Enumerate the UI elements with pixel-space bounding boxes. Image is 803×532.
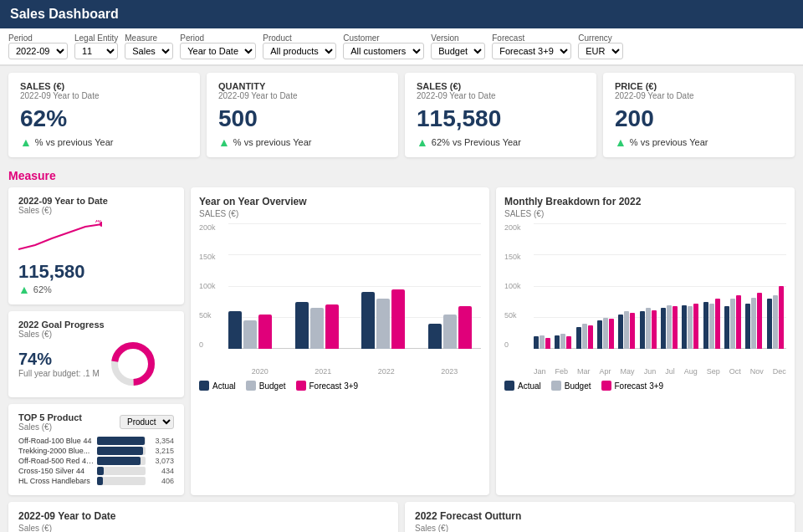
product-bar-5: HL Cross Handlebars 406 xyxy=(18,477,174,485)
yoy-budget-2020 xyxy=(243,320,257,349)
goal-subtitle: Sales (€) xyxy=(18,330,174,339)
filter-label-3: Period xyxy=(180,33,256,43)
monthly-chart-card: Monthly Breakdown for 2022 SALES (€) 200… xyxy=(496,187,795,495)
grid-line-2 xyxy=(228,254,481,255)
measure-section: Measure xyxy=(0,164,803,182)
yoy-group-2022 xyxy=(361,289,415,349)
ytd-table-title: 2022-09 Year to Date xyxy=(18,510,388,522)
kpi-card-0: SALES (€) 2022-09 Year to Date 62% ▲ % v… xyxy=(8,73,200,157)
filter-select-0[interactable]: 2022-09 xyxy=(8,43,68,59)
filter-label-8: Currency xyxy=(578,33,623,43)
yoy-budget-2023 xyxy=(443,315,457,349)
yoy-forecast-2020 xyxy=(258,315,272,349)
donut-chart xyxy=(108,339,158,389)
ytd-table-subtitle: Sales (€) xyxy=(18,524,388,532)
product-value-5: 406 xyxy=(149,477,174,485)
product-name-5: HL Cross Handlebars xyxy=(18,477,94,485)
grid-line-3 xyxy=(228,286,481,287)
ytd-pct: ▲ 62% xyxy=(18,283,174,296)
ytd-card: 2022-09 Year to Date Sales (€) Actual 11… xyxy=(8,187,184,304)
arrow-up-icon-1: ▲ xyxy=(218,136,230,149)
product-name-2: Trekking-2000 Blue... xyxy=(18,447,94,455)
filter-select-1[interactable]: 11 xyxy=(74,43,118,59)
monthly-chart-title: Monthly Breakdown for 2022 xyxy=(504,196,786,207)
legend-budget-m-dot xyxy=(551,381,561,391)
yoy-chart-title: Year on Year Overview xyxy=(199,196,481,207)
yoy-group-2020 xyxy=(228,311,282,349)
month-mar xyxy=(576,324,596,349)
kpi-row: SALES (€) 2022-09 Year to Date 62% ▲ % v… xyxy=(0,66,803,164)
kpi-value-1: 500 xyxy=(218,105,386,132)
product-bar-fill-5 xyxy=(97,477,103,485)
month-feb xyxy=(555,334,574,349)
sparkline-chart: Actual xyxy=(18,220,102,253)
kpi-card-2: SALES (€) 2022-09 Year to Date 115,580 ▲… xyxy=(405,73,596,157)
yoy-actual-2023 xyxy=(428,324,442,349)
yoy-x-labels: 2020 2021 2022 2023 xyxy=(228,367,481,376)
filter-select-3[interactable]: Year to Date xyxy=(180,43,256,59)
kpi-subtitle-2: 2022-09 Year to Date xyxy=(417,91,585,100)
kpi-card-3: PRICE (€) 2022-09 Year to Date 200 ▲ % v… xyxy=(603,73,795,157)
month-jun xyxy=(640,308,659,349)
left-column: 2022-09 Year to Date Sales (€) Actual 11… xyxy=(8,187,184,495)
yoy-budget-2022 xyxy=(376,299,390,349)
kpi-title-1: QUANTITY xyxy=(218,81,386,91)
yoy-chart-area: 200k 150k 100k 50k 0 xyxy=(199,223,481,366)
top5-dropdown[interactable]: Product xyxy=(120,415,174,429)
product-bar-fill-3 xyxy=(97,457,141,465)
monthly-chart-subtitle: SALES (€) xyxy=(504,209,786,218)
filter-label-6: Version xyxy=(431,33,485,43)
product-value-4: 434 xyxy=(149,467,174,475)
kpi-value-2: 115,580 xyxy=(417,105,585,132)
filter-bar: Period2022-09Legal Entity11MeasureSalesP… xyxy=(0,28,803,66)
filter-group-6: VersionBudget xyxy=(431,33,485,59)
arrow-up-icon-0: ▲ xyxy=(20,136,32,149)
kpi-change-3: ▲ % vs previous Year xyxy=(615,136,783,149)
filter-select-8[interactable]: EUR xyxy=(578,43,623,59)
month-dec xyxy=(767,286,786,349)
goal-budget-label: Full year budget: .1 M xyxy=(18,369,100,378)
legend-budget-m: Budget xyxy=(551,381,591,391)
product-bar-4: Cross-150 Silver 44 434 xyxy=(18,467,174,475)
grid-line-1 xyxy=(228,223,481,224)
legend-forecast-m-dot xyxy=(601,381,611,391)
filter-select-5[interactable]: All customers xyxy=(343,43,424,59)
legend-budget: Budget xyxy=(246,381,286,391)
filter-select-4[interactable]: All products xyxy=(263,43,336,59)
kpi-change-0: ▲ % vs previous Year xyxy=(20,136,188,149)
product-bar-fill-2 xyxy=(97,447,143,455)
filter-label-2: Measure xyxy=(125,33,173,43)
goal-card: 2022 Goal Progress Sales (€) 74% Full ye… xyxy=(8,311,184,397)
yoy-actual-2022 xyxy=(361,292,375,349)
kpi-subtitle-3: 2022-09 Year to Date xyxy=(615,91,783,100)
month-aug xyxy=(682,304,701,349)
product-name-4: Cross-150 Silver 44 xyxy=(18,467,94,475)
monthly-x-labels: JanFebMar AprMayJun JulAugSep OctNovDec xyxy=(534,367,786,376)
month-may xyxy=(618,311,637,349)
product-value-3: 3,073 xyxy=(149,457,174,465)
monthly-legend: Actual Budget Forecast 3+9 xyxy=(504,381,786,391)
product-bar-3: Off-Road-500 Red 40... 3,073 xyxy=(18,457,174,465)
filter-label-5: Customer xyxy=(343,33,424,43)
product-bar-bg-1 xyxy=(97,437,146,445)
filter-label-4: Product xyxy=(263,33,336,43)
forecast-table-subtitle: Sales (€) xyxy=(415,524,785,532)
product-bar-1: Off-Road-100 Blue 44 3,354 xyxy=(18,437,174,445)
ytd-card-title: 2022-09 Year to Date xyxy=(18,196,174,206)
product-bar-2: Trekking-2000 Blue... 3,215 xyxy=(18,447,174,455)
yoy-group-2021 xyxy=(295,302,349,349)
measure-title: Measure xyxy=(8,169,795,182)
goal-text: 74% Full year budget: .1 M xyxy=(18,350,100,378)
month-jan xyxy=(534,335,553,349)
kpi-subtitle-0: 2022-09 Year to Date xyxy=(20,91,188,100)
filter-select-6[interactable]: Budget xyxy=(431,43,485,59)
filter-select-2[interactable]: Sales xyxy=(125,43,173,59)
filter-select-7[interactable]: Forecast 3+9 xyxy=(492,43,571,59)
filter-group-0: Period2022-09 xyxy=(8,33,68,59)
filter-label-0: Period xyxy=(8,33,68,43)
goal-title: 2022 Goal Progress xyxy=(18,320,174,330)
top5-title: TOP 5 Product Sales (€) xyxy=(18,412,82,432)
legend-forecast-dot xyxy=(296,381,306,391)
yoy-actual-2021 xyxy=(295,302,309,349)
app-header: Sales Dashboard xyxy=(0,0,803,28)
